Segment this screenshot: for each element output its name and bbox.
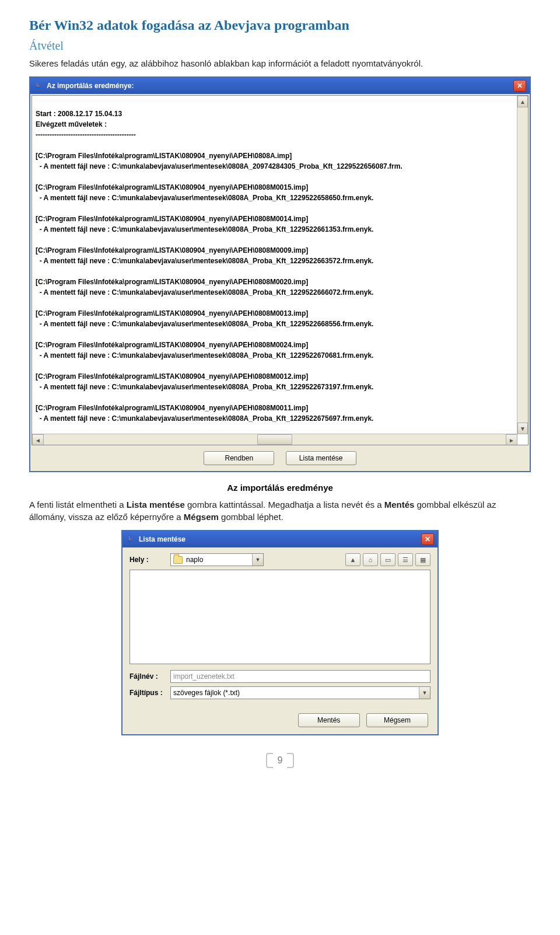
scroll-thumb[interactable] bbox=[257, 434, 292, 445]
scroll-right-button[interactable]: ► bbox=[506, 434, 517, 445]
home-button[interactable]: ⌂ bbox=[363, 553, 378, 566]
filetype-value: szöveges fájlok (*.txt) bbox=[173, 689, 240, 697]
scroll-down-button[interactable]: ▼ bbox=[517, 423, 528, 434]
folder-icon bbox=[173, 556, 183, 564]
para-text: gombbal léphet. bbox=[219, 512, 284, 522]
home-icon: ⌂ bbox=[369, 556, 373, 563]
save-button[interactable]: Mentés bbox=[298, 713, 360, 727]
java-icon bbox=[34, 81, 43, 90]
ok-button[interactable]: Rendben bbox=[204, 451, 274, 465]
new-folder-button[interactable]: ▭ bbox=[380, 553, 396, 566]
vertical-scrollbar[interactable]: ▲ ▼ bbox=[517, 96, 528, 434]
close-button[interactable]: ✕ bbox=[513, 80, 526, 92]
figure-caption: Az importálás eredménye bbox=[29, 483, 531, 493]
scroll-left-button[interactable]: ◄ bbox=[32, 434, 44, 445]
details-view-icon: ▦ bbox=[420, 556, 426, 564]
page-number-value: 9 bbox=[278, 755, 283, 766]
log-content: Start : 2008.12.17 15.04.13 Elvégzett mű… bbox=[36, 110, 402, 423]
titlebar[interactable]: Az importálás eredménye: ✕ bbox=[30, 78, 530, 94]
cancel-button[interactable]: Mégsem bbox=[366, 713, 428, 727]
list-view-icon: ☰ bbox=[402, 556, 408, 564]
page-title: Bér Win32 adatok fogadása az Abevjava pr… bbox=[29, 18, 531, 33]
filetype-label: Fájltípus : bbox=[130, 689, 170, 697]
new-folder-icon: ▭ bbox=[385, 556, 391, 564]
window-title: Lista mentése bbox=[139, 535, 186, 543]
filetype-row: Fájltípus : szöveges fájlok (*.txt) ▼ bbox=[130, 686, 430, 699]
chevron-down-icon: ▼ bbox=[419, 687, 430, 699]
scroll-up-button[interactable]: ▲ bbox=[517, 96, 528, 107]
location-combo[interactable]: naplo ▼ bbox=[170, 553, 264, 566]
window-title: Az importálás eredménye: bbox=[47, 82, 134, 90]
filename-row: Fájlnév : import_uzenetek.txt bbox=[130, 670, 430, 683]
log-textarea[interactable]: Start : 2008.12.17 15.04.13 Elvégzett mű… bbox=[32, 95, 528, 445]
para-text: A fenti listát elmentheti a bbox=[29, 500, 127, 510]
file-list-area[interactable] bbox=[130, 570, 430, 664]
intro-paragraph: Sikeres feladás után egy, az alábbihoz h… bbox=[29, 57, 531, 69]
location-row: Hely : naplo ▼ ▲ ⌂ ▭ ☰ ▦ bbox=[130, 553, 430, 566]
filename-value: import_uzenetek.txt bbox=[173, 672, 235, 681]
filename-field[interactable]: import_uzenetek.txt bbox=[170, 670, 430, 683]
import-result-window: Az importálás eredménye: ✕ Start : 2008.… bbox=[29, 76, 531, 472]
para-bold: Mentés bbox=[384, 500, 415, 510]
close-button[interactable]: ✕ bbox=[421, 533, 434, 545]
up-folder-button[interactable]: ▲ bbox=[345, 553, 360, 566]
para-bold: Lista mentése bbox=[127, 500, 185, 510]
location-value: naplo bbox=[186, 556, 203, 564]
details-view-button[interactable]: ▦ bbox=[415, 553, 430, 566]
body-paragraph: A fenti listát elmentheti a Lista mentés… bbox=[29, 498, 531, 523]
close-icon: ✕ bbox=[517, 82, 523, 90]
save-dialog-window: Lista mentése ✕ Hely : naplo ▼ ▲ ⌂ ▭ ☰ ▦… bbox=[121, 530, 439, 735]
save-list-button[interactable]: Lista mentése bbox=[286, 451, 356, 465]
horizontal-scrollbar[interactable]: ◄ ► bbox=[32, 434, 517, 445]
list-view-button[interactable]: ☰ bbox=[398, 553, 413, 566]
para-bold: Mégsem bbox=[184, 512, 219, 522]
filename-label: Fájlnév : bbox=[130, 672, 170, 681]
button-row: Rendben Lista mentése bbox=[30, 446, 530, 471]
page-number: 9 bbox=[29, 753, 531, 770]
titlebar[interactable]: Lista mentése ✕ bbox=[123, 531, 438, 547]
section-heading: Átvétel bbox=[29, 39, 531, 53]
close-icon: ✕ bbox=[425, 535, 430, 543]
para-text: gombra kattintással. Megadhatja a lista … bbox=[185, 500, 384, 510]
java-icon bbox=[126, 535, 135, 544]
button-row: Mentés Mégsem bbox=[123, 709, 438, 734]
file-toolbar: ▲ ⌂ ▭ ☰ ▦ bbox=[345, 553, 430, 566]
location-label: Hely : bbox=[130, 556, 170, 564]
filetype-combo[interactable]: szöveges fájlok (*.txt) ▼ bbox=[170, 686, 430, 699]
up-folder-icon: ▲ bbox=[350, 556, 356, 563]
chevron-down-icon: ▼ bbox=[252, 554, 263, 566]
